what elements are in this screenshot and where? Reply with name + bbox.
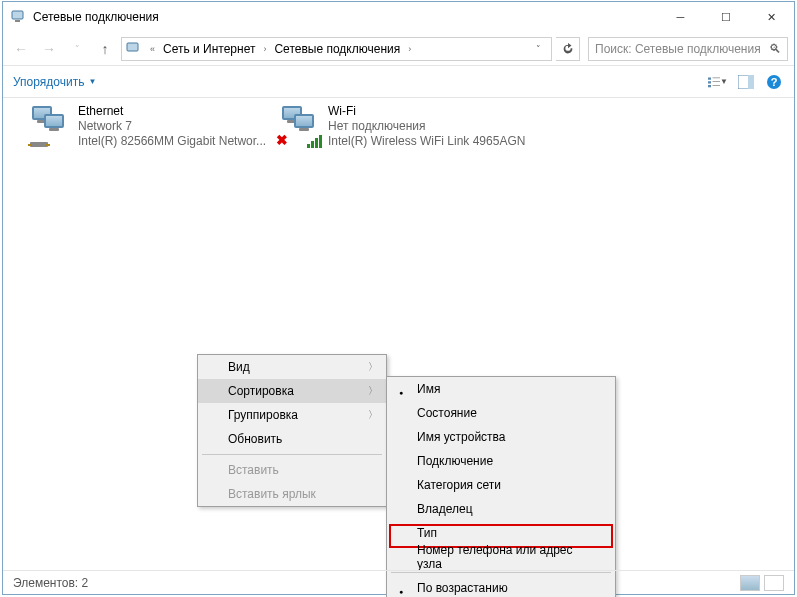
- disconnected-icon: ✖: [276, 132, 288, 148]
- svg-rect-10: [748, 75, 754, 89]
- back-button[interactable]: ←: [9, 37, 33, 61]
- command-bar: Упорядочить ▼ ▼ ?: [3, 66, 794, 98]
- wifi-icon: ✖: [278, 104, 320, 146]
- address-dropdown[interactable]: ˅: [529, 44, 547, 54]
- menu-paste: Вставить: [198, 458, 386, 482]
- sort-network-category[interactable]: Категория сети: [387, 473, 615, 497]
- menu-separator: [202, 454, 382, 455]
- svg-rect-2: [127, 43, 138, 51]
- svg-rect-5: [708, 81, 711, 83]
- forward-button[interactable]: →: [37, 37, 61, 61]
- svg-text:?: ?: [771, 76, 778, 88]
- content-area[interactable]: Ethernet Network 7 Intel(R) 82566MM Giga…: [3, 98, 794, 568]
- sort-type[interactable]: Тип: [387, 521, 615, 545]
- menu-view[interactable]: Вид〉: [198, 355, 386, 379]
- adapter-wifi[interactable]: ✖ Wi-Fi Нет подключения Intel(R) Wireles…: [278, 104, 528, 149]
- search-placeholder: Поиск: Сетевые подключения: [595, 42, 769, 56]
- status-bar: Элементов: 2: [3, 570, 794, 594]
- app-icon: [11, 9, 27, 25]
- ethernet-icon: [28, 104, 70, 146]
- search-input[interactable]: Поиск: Сетевые подключения 🔍︎: [588, 37, 788, 61]
- sort-state[interactable]: Состояние: [387, 401, 615, 425]
- breadcrumb-root[interactable]: «: [146, 44, 159, 54]
- details-view-button[interactable]: [740, 575, 760, 591]
- icons-view-button[interactable]: [764, 575, 784, 591]
- menu-sort[interactable]: Сортировка〉: [198, 379, 386, 403]
- up-button[interactable]: ↑: [93, 37, 117, 61]
- maximize-button[interactable]: ☐: [703, 2, 748, 32]
- sort-name[interactable]: Имя: [387, 377, 615, 401]
- adapter-status: Network 7: [78, 119, 266, 134]
- refresh-button[interactable]: [556, 37, 580, 61]
- chevron-icon[interactable]: ›: [404, 44, 415, 54]
- svg-rect-15: [46, 144, 50, 146]
- chevron-icon[interactable]: ›: [259, 44, 270, 54]
- menu-group[interactable]: Группировка〉: [198, 403, 386, 427]
- svg-rect-6: [713, 81, 721, 82]
- adapter-status: Нет подключения: [328, 119, 525, 134]
- organize-menu[interactable]: Упорядочить ▼: [13, 75, 96, 89]
- network-connections-window: Сетевые подключения ─ ☐ ✕ ← → ˅ ↑ « Сеть…: [2, 1, 795, 595]
- history-dropdown[interactable]: ˅: [65, 37, 89, 61]
- status-text: Элементов: 2: [13, 576, 88, 590]
- view-options-button[interactable]: ▼: [708, 72, 728, 92]
- sort-submenu: Имя Состояние Имя устройства Подключение…: [386, 376, 616, 597]
- breadcrumb-l2[interactable]: Сетевые подключения: [274, 42, 400, 56]
- context-menu: Вид〉 Сортировка〉 Группировка〉 Обновить В…: [197, 354, 387, 507]
- submenu-arrow-icon: 〉: [368, 360, 378, 374]
- adapter-device: Intel(R) Wireless WiFi Link 4965AGN: [328, 134, 525, 149]
- signal-bars-icon: [307, 135, 322, 148]
- help-button[interactable]: ?: [764, 72, 784, 92]
- adapter-name: Wi-Fi: [328, 104, 525, 119]
- caret-down-icon: ▼: [88, 77, 96, 86]
- svg-rect-14: [28, 144, 32, 146]
- window-title: Сетевые подключения: [33, 10, 658, 24]
- svg-rect-0: [12, 11, 23, 19]
- adapter-name: Ethernet: [78, 104, 266, 119]
- svg-rect-7: [708, 85, 711, 87]
- close-button[interactable]: ✕: [748, 2, 794, 32]
- menu-refresh[interactable]: Обновить: [198, 427, 386, 451]
- sort-device-name[interactable]: Имя устройства: [387, 425, 615, 449]
- submenu-arrow-icon: 〉: [368, 408, 378, 422]
- sort-owner[interactable]: Владелец: [387, 497, 615, 521]
- svg-rect-3: [708, 77, 711, 79]
- preview-pane-button[interactable]: [736, 72, 756, 92]
- adapter-ethernet[interactable]: Ethernet Network 7 Intel(R) 82566MM Giga…: [28, 104, 278, 149]
- breadcrumb-l1[interactable]: Сеть и Интернет: [163, 42, 255, 56]
- navigation-bar: ← → ˅ ↑ « Сеть и Интернет › Сетевые подк…: [3, 32, 794, 66]
- location-icon: [126, 41, 142, 57]
- submenu-arrow-icon: 〉: [368, 384, 378, 398]
- svg-rect-1: [15, 20, 20, 22]
- search-icon: 🔍︎: [769, 42, 781, 56]
- sort-phone[interactable]: Номер телефона или адрес узла: [387, 545, 615, 569]
- sort-connection[interactable]: Подключение: [387, 449, 615, 473]
- svg-rect-4: [713, 77, 721, 78]
- svg-rect-8: [713, 85, 721, 86]
- titlebar: Сетевые подключения ─ ☐ ✕: [3, 2, 794, 32]
- address-bar[interactable]: « Сеть и Интернет › Сетевые подключения …: [121, 37, 552, 61]
- menu-paste-shortcut: Вставить ярлык: [198, 482, 386, 506]
- minimize-button[interactable]: ─: [658, 2, 703, 32]
- adapter-device: Intel(R) 82566MM Gigabit Networ...: [78, 134, 266, 149]
- svg-rect-13: [30, 142, 48, 147]
